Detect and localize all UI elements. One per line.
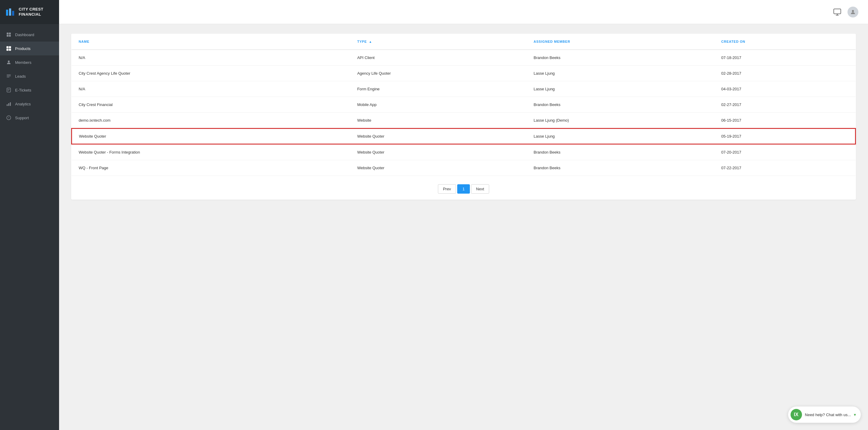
etickets-icon — [6, 87, 11, 93]
svg-rect-7 — [7, 46, 9, 48]
cell-assigned_member: Lasse Ljung (Demo) — [526, 112, 714, 129]
cell-name: WQ - Front Page — [71, 160, 350, 176]
sidebar-label-support: Support — [15, 115, 29, 120]
table-row[interactable]: Website QuoterWebsite QuoterLasse Ljung0… — [71, 128, 856, 144]
table-row[interactable]: N/AForm EngineLasse Ljung04-03-2017 — [71, 81, 856, 97]
sidebar-item-support[interactable]: Support — [0, 111, 59, 125]
chat-label: Need help? Chat with us... — [805, 412, 851, 417]
app-title: CITY CREST FINANCIAL — [19, 7, 54, 17]
svg-rect-2 — [12, 11, 14, 16]
topbar — [59, 0, 868, 24]
products-table: NAME TYPE ▲ ASSIGNED MEMBER CREATED ON — [71, 34, 856, 176]
cell-assigned_member: Lasse Ljung — [526, 66, 714, 81]
cell-type: Form Engine — [350, 81, 526, 97]
cell-name: City Crest Agency Life Quoter — [71, 66, 350, 81]
svg-rect-6 — [9, 35, 11, 37]
main-area: NAME TYPE ▲ ASSIGNED MEMBER CREATED ON — [59, 0, 868, 430]
svg-rect-17 — [7, 90, 9, 90]
pagination: Prev 1 Next — [71, 176, 856, 200]
members-icon — [6, 60, 11, 65]
svg-rect-1 — [9, 8, 11, 16]
svg-rect-20 — [10, 102, 11, 106]
svg-rect-10 — [9, 49, 11, 51]
sidebar-item-products[interactable]: Products — [0, 41, 59, 56]
prev-button[interactable]: Prev — [438, 184, 456, 194]
products-icon — [6, 46, 11, 51]
cell-type: Website Quoter — [350, 160, 526, 176]
svg-rect-9 — [7, 49, 9, 51]
sidebar-item-analytics[interactable]: Analytics — [0, 97, 59, 111]
dashboard-icon — [6, 32, 11, 37]
cell-created_on: 07-18-2017 — [714, 50, 856, 66]
table-row[interactable]: City Crest Agency Life QuoterAgency Life… — [71, 66, 856, 81]
sidebar-label-leads: Leads — [15, 74, 26, 78]
table-row[interactable]: WQ - Front PageWebsite QuoterBrandon Bee… — [71, 160, 856, 176]
sidebar-label-products: Products — [15, 46, 30, 51]
col-header-assigned-member[interactable]: ASSIGNED MEMBER — [526, 34, 714, 50]
cell-assigned_member: Brandon Beeks — [526, 50, 714, 66]
col-header-type[interactable]: TYPE ▲ — [350, 34, 526, 50]
cell-assigned_member: Lasse Ljung — [526, 81, 714, 97]
cell-assigned_member: Brandon Beeks — [526, 97, 714, 112]
sidebar: CITY CREST FINANCIAL Dashboard Products … — [0, 0, 59, 430]
sidebar-label-analytics: Analytics — [15, 102, 31, 106]
table-row[interactable]: N/AAPI ClientBrandon Beeks07-18-2017 — [71, 50, 856, 66]
svg-rect-14 — [7, 77, 9, 77]
table-row[interactable]: Website Quoter - Forms IntegrationWebsit… — [71, 144, 856, 160]
nav-menu: Dashboard Products Members Leads — [0, 24, 59, 430]
cell-created_on: 04-03-2017 — [714, 81, 856, 97]
svg-rect-18 — [7, 104, 7, 106]
monitor-icon[interactable] — [833, 8, 841, 16]
sidebar-item-etickets[interactable]: E-Tickets — [0, 83, 59, 97]
col-header-name[interactable]: NAME — [71, 34, 350, 50]
sidebar-label-dashboard: Dashboard — [15, 33, 34, 37]
sidebar-item-members[interactable]: Members — [0, 56, 59, 69]
svg-point-11 — [8, 61, 10, 62]
user-avatar[interactable] — [847, 7, 858, 18]
svg-point-27 — [852, 10, 854, 12]
sidebar-label-etickets: E-Tickets — [15, 88, 31, 93]
sidebar-item-dashboard[interactable]: Dashboard — [0, 28, 59, 41]
cell-type: Website Quoter — [350, 128, 526, 144]
cell-type: Mobile App — [350, 97, 526, 112]
logo-icon — [5, 7, 16, 18]
svg-rect-3 — [7, 33, 8, 34]
svg-point-22 — [8, 118, 9, 118]
next-button[interactable]: Next — [471, 184, 490, 194]
cell-name: N/A — [71, 50, 350, 66]
cell-created_on: 02-27-2017 — [714, 97, 856, 112]
cell-name: City Crest Financial — [71, 97, 350, 112]
chat-chevron-icon: ▾ — [854, 412, 856, 417]
cell-type: API Client — [350, 50, 526, 66]
table-row[interactable]: demo.ixntech.comWebsiteLasse Ljung (Demo… — [71, 112, 856, 129]
cell-created_on: 06-15-2017 — [714, 112, 856, 129]
cell-type: Website — [350, 112, 526, 129]
cell-name: Website Quoter — [71, 128, 350, 144]
table-row[interactable]: City Crest FinancialMobile AppBrandon Be… — [71, 97, 856, 112]
svg-rect-19 — [8, 103, 9, 106]
cell-name: demo.ixntech.com — [71, 112, 350, 129]
sidebar-item-leads[interactable]: Leads — [0, 69, 59, 83]
svg-rect-13 — [7, 76, 11, 76]
cell-type: Website Quoter — [350, 144, 526, 160]
cell-created_on: 05-19-2017 — [714, 128, 856, 144]
cell-created_on: 07-22-2017 — [714, 160, 856, 176]
svg-rect-16 — [7, 89, 10, 90]
cell-assigned_member: Lasse Ljung — [526, 128, 714, 144]
products-table-container: NAME TYPE ▲ ASSIGNED MEMBER CREATED ON — [71, 34, 856, 200]
svg-rect-12 — [7, 75, 11, 75]
logo-area: CITY CREST FINANCIAL — [0, 0, 59, 24]
cell-name: N/A — [71, 81, 350, 97]
chat-widget[interactable]: IX Need help? Chat with us... ▾ — [788, 406, 861, 423]
sidebar-label-members: Members — [15, 60, 31, 65]
cell-type: Agency Life Quoter — [350, 66, 526, 81]
col-header-created-on[interactable]: CREATED ON — [714, 34, 856, 50]
sort-arrow-type: ▲ — [369, 40, 372, 43]
cell-assigned_member: Brandon Beeks — [526, 144, 714, 160]
page-1-button[interactable]: 1 — [457, 184, 470, 194]
content-area: NAME TYPE ▲ ASSIGNED MEMBER CREATED ON — [59, 24, 868, 430]
cell-name: Website Quoter - Forms Integration — [71, 144, 350, 160]
table-header-row: NAME TYPE ▲ ASSIGNED MEMBER CREATED ON — [71, 34, 856, 50]
leads-icon — [6, 73, 11, 79]
svg-rect-5 — [7, 35, 8, 37]
